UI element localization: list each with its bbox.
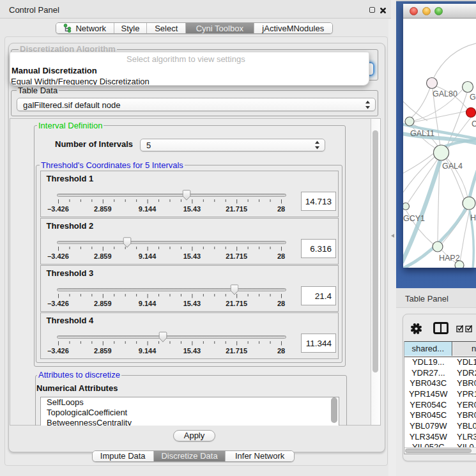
svg-text:GAL4: GAL4 [442, 162, 463, 171]
svg-text:G: G [470, 93, 476, 102]
svg-text:GAL80: GAL80 [433, 89, 457, 98]
svg-text:HAP2: HAP2 [439, 254, 460, 263]
svg-text:H: H [470, 213, 476, 222]
svg-text:C: C [472, 119, 476, 128]
svg-text:GCY1: GCY1 [403, 214, 425, 223]
svg-text:GAL11: GAL11 [410, 129, 434, 138]
